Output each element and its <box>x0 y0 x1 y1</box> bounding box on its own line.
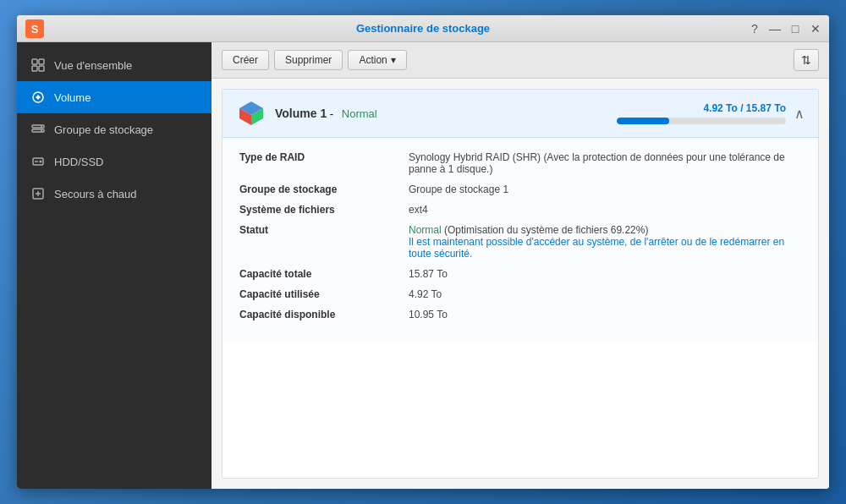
overview-icon <box>30 58 46 73</box>
sidebar: Vue d'ensemble Volume <box>17 42 212 489</box>
usage-text: 4.92 To / 15.87 To <box>617 102 786 114</box>
main-window: S Gestionnaire de stockage ? — □ ✕ <box>17 15 829 489</box>
action-arrow-icon: ▾ <box>391 54 396 66</box>
available-capacity-value: 10.95 To <box>409 309 801 320</box>
app-icon: S <box>25 19 44 38</box>
action-label: Action <box>359 54 387 66</box>
content-area: Vue d'ensemble Volume <box>17 42 829 489</box>
hot-spare-icon <box>30 186 46 201</box>
svg-rect-4 <box>32 66 37 71</box>
volume-name: Volume 1 <box>275 107 327 120</box>
maximize-button[interactable]: □ <box>788 22 802 36</box>
total-capacity-label: Capacité totale <box>239 268 409 280</box>
volume-separator: - <box>330 107 337 120</box>
action-button[interactable]: Action ▾ <box>348 50 406 70</box>
sort-button[interactable]: ⇅ <box>794 49 819 71</box>
status-info-text: Il est maintenant possible d'accéder au … <box>409 236 784 260</box>
sidebar-label-overview: Vue d'ensemble <box>54 59 132 72</box>
volume-usage: 4.92 To / 15.87 To <box>617 102 786 124</box>
sort-icon: ⇅ <box>801 53 811 67</box>
progress-bar-fill <box>617 118 669 124</box>
volume-sidebar-icon <box>30 90 46 105</box>
svg-text:S: S <box>31 23 39 36</box>
available-capacity-label: Capacité disponible <box>239 309 409 320</box>
delete-button[interactable]: Supprimer <box>274 50 343 70</box>
raid-type-value: Synology Hybrid RAID (SHR) (Avec la prot… <box>409 151 801 175</box>
total-capacity-value: 15.87 To <box>409 268 801 280</box>
toolbar-right: ⇅ <box>794 49 819 71</box>
minimize-button[interactable]: — <box>768 22 782 36</box>
toolbar: Créer Supprimer Action ▾ ⇅ <box>212 42 829 79</box>
status-label: Statut <box>239 224 409 236</box>
sidebar-label-volume: Volume <box>54 91 91 104</box>
filesystem-label: Système de fichiers <box>239 204 409 216</box>
volume-list: Volume 1 - Normal 4.92 To / 15.87 To ∧ <box>222 89 819 479</box>
hdd-icon <box>30 154 46 169</box>
detail-row-available-capacity: Capacité disponible 10.95 To <box>239 309 801 320</box>
svg-rect-3 <box>39 59 44 64</box>
svg-rect-5 <box>39 66 44 71</box>
volume-header: Volume 1 - Normal 4.92 To / 15.87 To ∧ <box>222 90 818 138</box>
main-panel: Créer Supprimer Action ▾ ⇅ <box>212 42 829 489</box>
detail-row-storage-group: Groupe de stockage Groupe de stockage 1 <box>239 184 801 195</box>
status-normal-text: Normal <box>409 224 442 236</box>
window-title: Gestionnaire de stockage <box>356 22 490 35</box>
volume-title-area: Volume 1 - Normal <box>275 107 617 120</box>
raid-type-label: Type de RAID <box>239 151 409 163</box>
sidebar-item-hdd-ssd[interactable]: HDD/SSD <box>17 145 212 178</box>
storage-group-value: Groupe de stockage 1 <box>409 184 801 195</box>
sidebar-item-hot-spare[interactable]: Secours à chaud <box>17 178 212 210</box>
create-button[interactable]: Créer <box>222 50 269 70</box>
status-value: Normal (Optimisation du système de fichi… <box>409 224 801 260</box>
detail-row-status: Statut Normal (Optimisation du système d… <box>239 224 801 260</box>
svg-rect-2 <box>32 59 37 64</box>
volume-status: Normal <box>342 107 377 120</box>
titlebar: S Gestionnaire de stockage ? — □ ✕ <box>17 15 829 42</box>
used-capacity-label: Capacité utilisée <box>239 288 409 300</box>
help-button[interactable]: ? <box>748 22 761 36</box>
progress-bar-background <box>617 118 786 124</box>
volume-cube-icon <box>236 98 266 129</box>
detail-row-used-capacity: Capacité utilisée 4.92 To <box>239 288 801 300</box>
sidebar-item-overview[interactable]: Vue d'ensemble <box>17 49 212 81</box>
collapse-button[interactable]: ∧ <box>786 106 805 122</box>
window-controls: ? — □ ✕ <box>748 22 822 36</box>
status-optimize-text: (Optimisation du système de fichiers 69.… <box>442 224 649 236</box>
close-button[interactable]: ✕ <box>809 22 822 36</box>
create-label: Créer <box>233 54 258 66</box>
delete-label: Supprimer <box>285 54 332 66</box>
sidebar-label-hdd: HDD/SSD <box>54 156 104 168</box>
detail-row-filesystem: Système de fichiers ext4 <box>239 204 801 216</box>
filesystem-value: ext4 <box>409 204 801 216</box>
svg-point-12 <box>40 161 42 163</box>
volume-details: Type de RAID Synology Hybrid RAID (SHR) … <box>222 138 818 342</box>
sidebar-item-volume[interactable]: Volume <box>17 81 212 113</box>
sidebar-label-storage-group: Groupe de stockage <box>54 123 153 136</box>
sidebar-label-hot-spare: Secours à chaud <box>54 188 137 200</box>
detail-row-total-capacity: Capacité totale 15.87 To <box>239 268 801 280</box>
svg-point-10 <box>41 130 42 132</box>
sidebar-item-storage-group[interactable]: Groupe de stockage <box>17 113 212 145</box>
detail-row-raid: Type de RAID Synology Hybrid RAID (SHR) … <box>239 151 801 175</box>
used-capacity-value: 4.92 To <box>409 288 801 300</box>
svg-point-9 <box>41 126 42 128</box>
storage-group-icon <box>30 122 46 137</box>
storage-group-label: Groupe de stockage <box>239 184 409 195</box>
